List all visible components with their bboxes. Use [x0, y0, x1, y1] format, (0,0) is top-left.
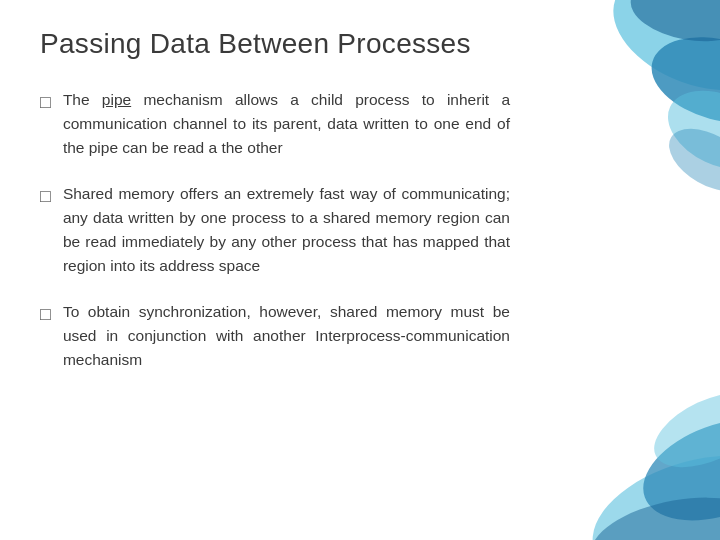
list-item: □ Shared memory offers an extremely fast…	[40, 182, 680, 278]
svg-point-6	[629, 400, 720, 539]
svg-point-7	[584, 485, 720, 540]
bullet-text-1: The pipe mechanism allows a child proces…	[63, 88, 510, 160]
bullet-marker-3: □	[40, 301, 51, 328]
list-item: □ To obtain synchronization, however, sh…	[40, 300, 680, 372]
slide-content: Passing Data Between Processes □ The pip…	[0, 0, 720, 392]
bullet-list: □ The pipe mechanism allows a child proc…	[40, 88, 680, 372]
slide: Passing Data Between Processes □ The pip…	[0, 0, 720, 540]
bullet-marker-1: □	[40, 89, 51, 116]
list-item: □ The pipe mechanism allows a child proc…	[40, 88, 680, 160]
bullet-text-3: To obtain synchronization, however, shar…	[63, 300, 510, 372]
svg-point-5	[578, 434, 720, 540]
bullet-text-2: Shared memory offers an extremely fast w…	[63, 182, 510, 278]
slide-title: Passing Data Between Processes	[40, 28, 680, 60]
svg-point-8	[643, 377, 720, 482]
bullet-marker-2: □	[40, 183, 51, 210]
